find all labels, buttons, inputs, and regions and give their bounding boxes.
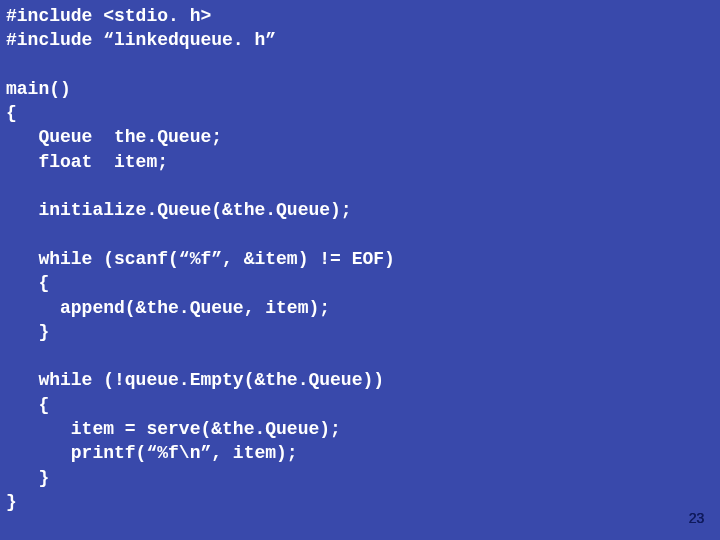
- slide-number: 23: [688, 510, 704, 526]
- code-block: #include <stdio. h> #include “linkedqueu…: [0, 0, 720, 514]
